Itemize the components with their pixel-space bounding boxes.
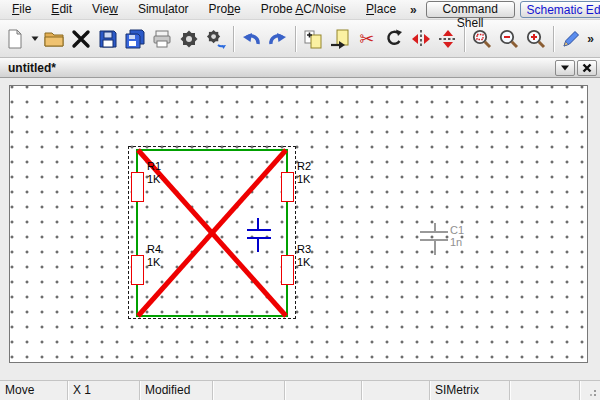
wire-bottom[interactable] xyxy=(137,315,287,317)
status-empty xyxy=(213,381,285,400)
status-empty xyxy=(510,381,580,400)
open-button[interactable] xyxy=(42,24,68,54)
paste-button[interactable] xyxy=(327,24,353,54)
status-scale: X 1 xyxy=(68,381,140,400)
status-empty xyxy=(362,381,430,400)
menu-edit[interactable]: Edit xyxy=(41,1,82,18)
mirror-vertical-icon xyxy=(410,28,432,50)
chevron-down-icon xyxy=(560,64,570,72)
editor-mode-select[interactable]: Schematic Editor xyxy=(520,1,600,18)
component-value: 1K xyxy=(147,173,160,186)
close-icon xyxy=(70,28,92,50)
resistor-r4[interactable]: R4 1K xyxy=(131,255,144,285)
zoom-in-button[interactable] xyxy=(523,24,549,54)
zoom-area-button[interactable] xyxy=(469,24,495,54)
component-value: 1K xyxy=(297,256,310,269)
print-icon xyxy=(151,28,173,50)
component-value: 1K xyxy=(297,173,310,186)
capacitor[interactable] xyxy=(247,218,271,252)
component-ref: R4 xyxy=(147,243,161,256)
copy-button[interactable] xyxy=(300,24,326,54)
redo-button[interactable] xyxy=(265,24,291,54)
component-ref: R2 xyxy=(297,160,311,173)
menu-probe[interactable]: Probe xyxy=(199,1,251,18)
mirror-horizontal-button[interactable] xyxy=(435,24,461,54)
toolbar-separator xyxy=(464,26,465,52)
new-document-dropdown-button[interactable] xyxy=(29,24,41,54)
component-ref: R3 xyxy=(297,243,311,256)
menu-simulator[interactable]: Simulator xyxy=(128,1,199,18)
simulator-options-button[interactable] xyxy=(203,24,229,54)
mirror-horizontal-icon xyxy=(437,28,459,50)
mirror-vertical-button[interactable] xyxy=(408,24,434,54)
close-icon xyxy=(582,63,592,73)
resistor-r1[interactable]: R1 1K xyxy=(131,172,144,202)
document-titlebar: untitled* xyxy=(0,58,600,78)
undo-icon xyxy=(240,28,262,50)
zoom-out-icon xyxy=(498,28,520,50)
toolbar: ✂ » xyxy=(0,20,600,58)
redo-icon xyxy=(267,28,289,50)
schematic-canvas[interactable]: R1 1K R2 1K R4 1K R3 1K xyxy=(9,85,588,363)
undo-button[interactable] xyxy=(238,24,264,54)
open-folder-icon xyxy=(43,28,65,50)
copy-icon xyxy=(302,28,324,50)
document-title: untitled* xyxy=(8,61,56,75)
zoom-in-icon xyxy=(525,28,547,50)
chevron-down-icon xyxy=(31,36,39,42)
new-document-icon xyxy=(4,28,26,50)
status-app-name: SIMetrix xyxy=(430,381,510,400)
command-shell-button[interactable]: Command Shell xyxy=(426,1,515,18)
cut-button[interactable]: ✂ xyxy=(354,24,380,54)
toolbar-separator xyxy=(295,26,296,52)
toolbar-overflow-icon[interactable]: » xyxy=(585,32,596,46)
editor-mode-value: Schematic Editor xyxy=(521,3,600,17)
component-value: 1K xyxy=(147,256,160,269)
save-all-icon xyxy=(124,28,146,50)
menu-view[interactable]: View xyxy=(82,1,128,18)
ghost-component-ref: C1 xyxy=(450,224,464,236)
wire-top[interactable] xyxy=(137,149,287,151)
status-doc-state: Modified xyxy=(140,381,213,400)
close-document-button[interactable] xyxy=(577,60,597,76)
gear-sync-icon xyxy=(205,28,227,50)
component-ref: R1 xyxy=(147,160,161,173)
scissors-icon: ✂ xyxy=(359,30,374,48)
pencil-icon xyxy=(560,28,582,50)
bridge-diagonal-wires[interactable] xyxy=(10,86,588,363)
simetrix-window: File Edit View Simulator Probe Probe AC/… xyxy=(0,0,600,400)
menubar-right-group: » Command Shell Schematic Editor xyxy=(406,1,600,18)
ghost-capacitor-c1[interactable]: C1 1n xyxy=(420,223,472,255)
zoom-area-icon xyxy=(471,28,493,50)
options-button[interactable] xyxy=(176,24,202,54)
wire-pencil-button[interactable] xyxy=(558,24,584,54)
print-button[interactable] xyxy=(149,24,175,54)
menu-place[interactable]: Place xyxy=(356,1,406,18)
menu-file[interactable]: File xyxy=(2,1,41,18)
resistor-r2[interactable]: R2 1K xyxy=(281,172,294,202)
sheet-list-button[interactable] xyxy=(555,60,575,76)
save-button[interactable] xyxy=(95,24,121,54)
gear-icon xyxy=(178,28,200,50)
status-mode: Move xyxy=(0,381,68,400)
statusbar: Move X 1 Modified SIMetrix xyxy=(0,380,600,400)
resistor-r3[interactable]: R3 1K xyxy=(281,255,294,285)
save-all-button[interactable] xyxy=(122,24,148,54)
menu-probe-ac-noise[interactable]: Probe AC/Noise xyxy=(251,1,356,18)
rotate-icon xyxy=(383,28,405,50)
menubar-overflow-icon[interactable]: » xyxy=(406,3,421,17)
menubar: File Edit View Simulator Probe Probe AC/… xyxy=(0,0,600,20)
toolbar-separator xyxy=(233,26,234,52)
zoom-out-button[interactable] xyxy=(496,24,522,54)
status-empty xyxy=(285,381,362,400)
toolbar-separator xyxy=(553,26,554,52)
canvas-margin: R1 1K R2 1K R4 1K R3 1K xyxy=(0,78,600,380)
close-sheet-button[interactable] xyxy=(68,24,94,54)
paste-icon xyxy=(329,28,351,50)
resize-grip[interactable] xyxy=(580,381,600,400)
save-icon xyxy=(97,28,119,50)
ghost-component-value: 1n xyxy=(450,236,462,248)
rotate-button[interactable] xyxy=(381,24,407,54)
new-document-button[interactable] xyxy=(2,24,28,54)
